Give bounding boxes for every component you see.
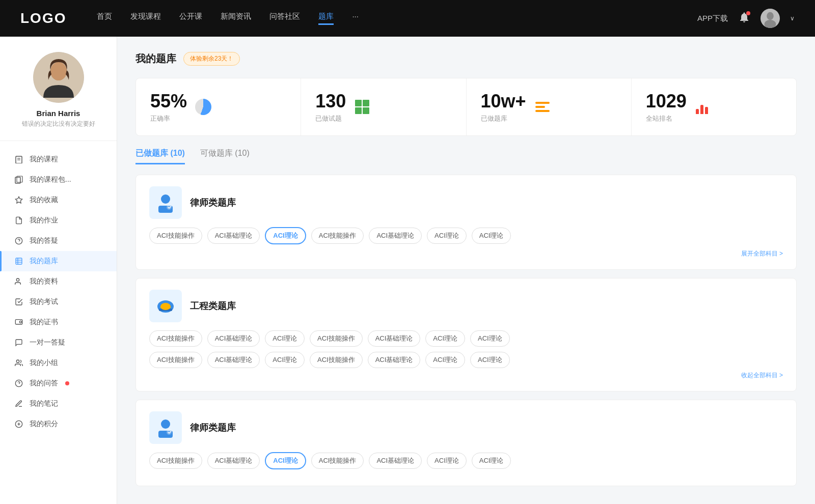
tag-active[interactable]: ACI理论: [265, 227, 306, 244]
nav-chevron-icon[interactable]: ∨: [790, 15, 795, 22]
tab-done[interactable]: 已做题库 (10): [135, 148, 185, 164]
avatar[interactable]: [760, 9, 780, 28]
grid-icon-container: [353, 98, 371, 116]
tab-todo[interactable]: 可做题库 (10): [200, 148, 250, 164]
sidebar-item-label: 我的收藏: [30, 195, 58, 205]
tag[interactable]: ACI基础理论: [207, 352, 260, 368]
category-lawyer-1: 律师类题库 ACI技能操作 ACI基础理论 ACI理论 ACI技能操作 ACI基…: [135, 175, 797, 270]
sidebar-item-qa[interactable]: 我的答疑: [0, 231, 117, 251]
tag[interactable]: ACI理论: [472, 228, 511, 244]
tag[interactable]: ACI技能操作: [310, 330, 363, 347]
tag[interactable]: ACI技能操作: [149, 352, 202, 368]
nav-news[interactable]: 新闻资讯: [221, 12, 251, 25]
nav-links: 首页 发现课程 公开课 新闻资讯 问答社区 题库 ···: [97, 12, 697, 25]
sidebar-item-label: 我的资料: [30, 277, 58, 286]
tag[interactable]: ACI理论: [425, 330, 465, 347]
tag[interactable]: ACI技能操作: [149, 330, 202, 347]
tag[interactable]: ACI理论: [472, 453, 511, 469]
svg-point-27: [161, 194, 170, 204]
collapse-btn-engineering[interactable]: 收起全部科目 >: [149, 371, 783, 380]
logo: LOGO: [20, 10, 66, 26]
homework-icon: [14, 216, 23, 225]
notes-icon: [14, 399, 23, 408]
nav-question-bank[interactable]: 题库: [318, 12, 334, 25]
tag[interactable]: ACI理论: [425, 352, 465, 368]
nav-qa[interactable]: 问答社区: [269, 12, 300, 25]
sidebar-item-notes[interactable]: 我的笔记: [0, 394, 117, 414]
layout: Brian Harris 错误的决定比没有决定要好 我的课程 我的课程包...: [0, 37, 815, 504]
sidebar-item-favorite[interactable]: 我的收藏: [0, 190, 117, 210]
points-icon: [14, 419, 23, 429]
sidebar-item-group[interactable]: 我的小组: [0, 353, 117, 373]
page-header: 我的题库 体验剩余23天！: [135, 52, 797, 66]
tag[interactable]: ACI理论: [427, 228, 467, 244]
sidebar-item-one-on-one[interactable]: 一对一答疑: [0, 332, 117, 353]
tag[interactable]: ACI技能操作: [311, 453, 364, 469]
tag[interactable]: ACI理论: [265, 330, 305, 347]
tag[interactable]: ACI理论: [470, 330, 510, 347]
stat-label-ranking: 全站排名: [646, 114, 687, 123]
main-content: 我的题库 体验剩余23天！ 55% 正确率 130 已做试题: [117, 37, 815, 504]
svg-point-36: [167, 430, 172, 435]
svg-marker-11: [15, 197, 22, 203]
course-pkg-icon: [14, 175, 23, 184]
nav-home[interactable]: 首页: [97, 12, 112, 25]
sidebar-item-my-answer[interactable]: 我的问答: [0, 373, 117, 394]
tag[interactable]: ACI基础理论: [369, 453, 422, 469]
sidebar-item-question-bank[interactable]: 我的题库: [0, 251, 117, 271]
category-name-lawyer-2: 律师类题库: [190, 422, 236, 434]
exam-icon: [14, 297, 23, 306]
user-motto: 错误的决定比没有决定要好: [10, 120, 106, 128]
sidebar-item-homework[interactable]: 我的作业: [0, 210, 117, 231]
sidebar-item-exam[interactable]: 我的考试: [0, 292, 117, 312]
notification-bell[interactable]: [738, 11, 750, 25]
course-icon: [14, 155, 23, 164]
tag[interactable]: ACI基础理论: [368, 330, 421, 347]
tag[interactable]: ACI基础理论: [368, 352, 421, 368]
svg-point-20: [19, 321, 21, 323]
svg-point-34: [161, 419, 170, 429]
svg-rect-33: [160, 305, 171, 309]
stat-value-ranking: 1029: [646, 91, 687, 112]
sidebar-item-label: 我的考试: [30, 297, 58, 306]
tag[interactable]: ACI基础理论: [207, 228, 260, 244]
tag-active[interactable]: ACI理论: [265, 452, 306, 469]
expand-btn-lawyer-1[interactable]: 展开全部科目 >: [149, 249, 783, 258]
tag[interactable]: ACI基础理论: [207, 453, 260, 469]
sidebar-item-label: 我的课程: [30, 155, 58, 164]
tag[interactable]: ACI技能操作: [149, 453, 202, 469]
tags-row-lawyer-1: ACI技能操作 ACI基础理论 ACI理论 ACI技能操作 ACI基础理论 AC…: [149, 227, 783, 244]
tag[interactable]: ACI基础理论: [369, 228, 422, 244]
answer-icon: [14, 379, 23, 388]
svg-point-1: [767, 12, 774, 20]
nav-open-course[interactable]: 公开课: [179, 12, 202, 25]
tag[interactable]: ACI理论: [265, 352, 305, 368]
tag[interactable]: ACI理论: [427, 453, 467, 469]
sidebar-item-course-pkg[interactable]: 我的课程包...: [0, 170, 117, 190]
category-header-lawyer-1: 律师类题库: [149, 186, 783, 219]
category-name-lawyer-1: 律师类题库: [190, 197, 236, 209]
app-download-btn[interactable]: APP下载: [697, 14, 728, 23]
stat-done-questions: 130 已做试题: [301, 78, 466, 135]
certificate-icon: [14, 318, 23, 327]
sidebar-item-profile[interactable]: 我的资料: [0, 271, 117, 292]
category-engineering: 工程类题库 ACI技能操作 ACI基础理论 ACI理论 ACI技能操作 ACI基…: [135, 278, 797, 391]
category-name-engineering: 工程类题库: [190, 300, 236, 312]
tag[interactable]: ACI基础理论: [207, 330, 260, 347]
nav-more[interactable]: ···: [352, 12, 359, 25]
sidebar-item-certificate[interactable]: 我的证书: [0, 312, 117, 332]
nav-discover[interactable]: 发现课程: [130, 12, 161, 25]
sidebar-item-course[interactable]: 我的课程: [0, 149, 117, 170]
tabs: 已做题库 (10) 可做题库 (10): [135, 148, 797, 164]
svg-point-29: [167, 205, 172, 210]
stat-label-accuracy: 正确率: [150, 114, 187, 123]
profile-icon: [14, 277, 23, 286]
tag[interactable]: ACI技能操作: [310, 352, 363, 368]
tag[interactable]: ACI技能操作: [311, 228, 364, 244]
tag[interactable]: ACI技能操作: [149, 228, 202, 244]
sidebar-item-label: 我的作业: [30, 216, 58, 225]
tags-row-lawyer-2: ACI技能操作 ACI基础理论 ACI理论 ACI技能操作 ACI基础理论 AC…: [149, 452, 783, 469]
chat-icon: [14, 338, 23, 347]
sidebar-item-points[interactable]: 我的积分: [0, 414, 117, 434]
tag[interactable]: ACI理论: [470, 352, 510, 368]
